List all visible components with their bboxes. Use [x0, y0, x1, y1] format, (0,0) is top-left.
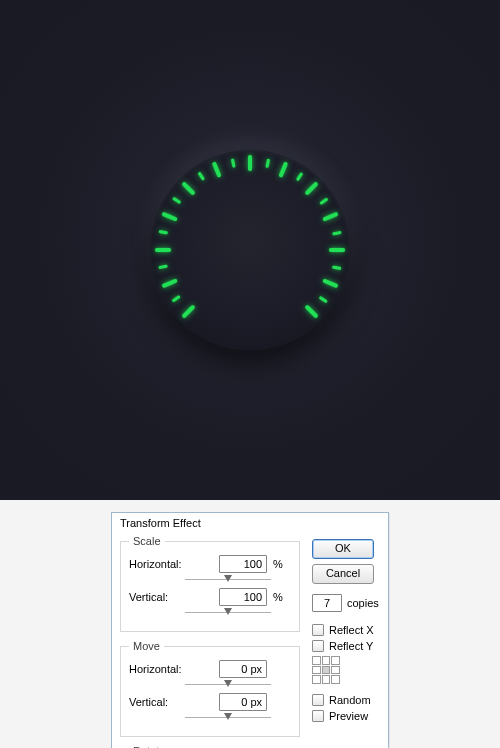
move-legend: Move — [129, 640, 164, 652]
scale-h-slider[interactable] — [185, 576, 271, 584]
dialog-area: Transform Effect Scale Horizontal: % Ver… — [0, 500, 500, 748]
reflect-y-checkbox[interactable] — [312, 640, 324, 652]
anchor-grid[interactable] — [312, 656, 340, 684]
scale-legend: Scale — [129, 535, 165, 547]
move-v-slider[interactable] — [185, 714, 271, 722]
move-h-label: Horizontal: — [129, 663, 213, 675]
reflect-x-label: Reflect X — [329, 624, 374, 636]
random-checkbox[interactable] — [312, 694, 324, 706]
artwork-canvas — [0, 0, 500, 500]
move-group: Move Horizontal: Vertical: — [120, 640, 300, 737]
random-label: Random — [329, 694, 371, 706]
scale-v-label: Vertical: — [129, 591, 213, 603]
preview-label: Preview — [329, 710, 368, 722]
ok-button[interactable]: OK — [312, 539, 374, 559]
cancel-button[interactable]: Cancel — [312, 564, 374, 584]
copies-input[interactable] — [312, 594, 342, 612]
move-h-input[interactable] — [219, 660, 267, 678]
dial-knob — [150, 150, 350, 350]
dial-ticks — [150, 150, 350, 350]
scale-v-slider[interactable] — [185, 609, 271, 617]
transform-effect-dialog: Transform Effect Scale Horizontal: % Ver… — [111, 512, 389, 748]
scale-h-unit: % — [273, 558, 291, 570]
scale-v-unit: % — [273, 591, 291, 603]
reflect-y-label: Reflect Y — [329, 640, 373, 652]
copies-label: copies — [347, 597, 379, 609]
move-h-slider[interactable] — [185, 681, 271, 689]
scale-h-input[interactable] — [219, 555, 267, 573]
preview-checkbox[interactable] — [312, 710, 324, 722]
scale-group: Scale Horizontal: % Vertical: % — [120, 535, 300, 632]
scale-v-input[interactable] — [219, 588, 267, 606]
reflect-x-checkbox[interactable] — [312, 624, 324, 636]
dialog-title: Transform Effect — [112, 513, 388, 535]
move-v-input[interactable] — [219, 693, 267, 711]
scale-h-label: Horizontal: — [129, 558, 213, 570]
move-v-label: Vertical: — [129, 696, 213, 708]
